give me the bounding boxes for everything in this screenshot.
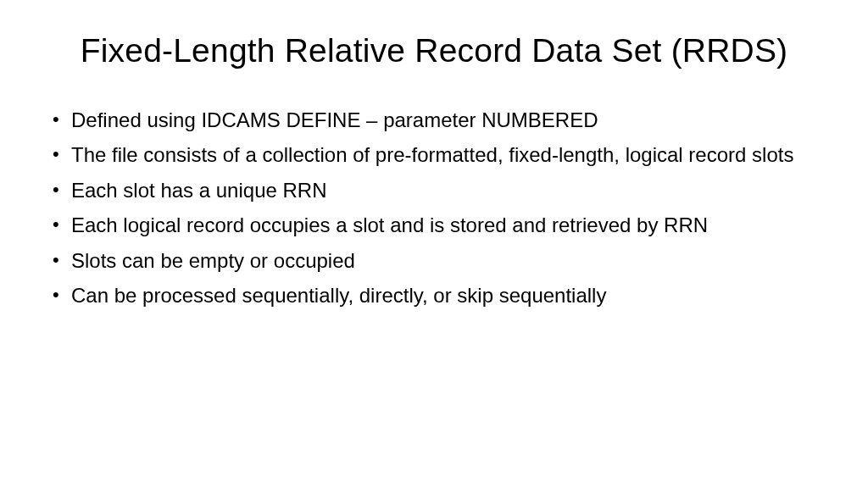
list-item: Slots can be empty or occupied — [49, 247, 819, 274]
list-item: Each slot has a unique RRN — [49, 177, 819, 204]
list-item: Can be processed sequentially, directly,… — [49, 282, 819, 309]
bullet-list: Defined using IDCAMS DEFINE – parameter … — [49, 107, 819, 309]
list-item: Defined using IDCAMS DEFINE – parameter … — [49, 107, 819, 134]
list-item: The file consists of a collection of pre… — [49, 141, 819, 169]
slide-title: Fixed-Length Relative Record Data Set (R… — [49, 32, 819, 69]
list-item: Each logical record occupies a slot and … — [49, 212, 819, 239]
